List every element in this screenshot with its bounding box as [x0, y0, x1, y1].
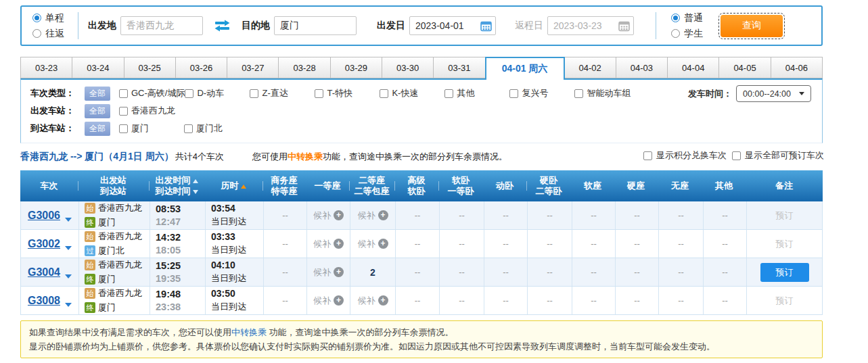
date-tab-04-04[interactable]: 04-04: [667, 57, 719, 78]
header-line: 一等卧: [438, 186, 483, 197]
filter-checkbox[interactable]: 复兴号: [509, 87, 574, 99]
train-cell: G3004: [21, 258, 78, 286]
remark-cell: 预订: [746, 258, 822, 286]
expand-caret-icon[interactable]: [65, 274, 72, 279]
date-tab-03-23[interactable]: 03-23: [20, 57, 72, 78]
sort-up-icon[interactable]: [241, 185, 246, 189]
date-tab-04-03[interactable]: 04-03: [616, 57, 668, 78]
no-seat-dash: --: [722, 267, 728, 277]
filter-checkbox[interactable]: K-快速: [380, 87, 444, 99]
waitlist-button[interactable]: 候补+: [313, 266, 344, 279]
sort-up-icon[interactable]: [193, 179, 198, 183]
header-text: 出发时间: [156, 175, 191, 185]
expand-caret-icon[interactable]: [65, 303, 72, 307]
sort-down-icon[interactable]: [193, 190, 198, 194]
header-line: 历时: [204, 180, 262, 191]
query-button[interactable]: 查询: [721, 15, 783, 37]
date-tab-03-24[interactable]: 03-24: [72, 57, 124, 78]
transfer-link[interactable]: 中转换乘: [231, 327, 267, 337]
display-toggle-checkbox[interactable]: 显示积分兑换车次: [643, 149, 727, 162]
expand-caret-icon[interactable]: [65, 218, 72, 222]
header-line: 无座: [658, 180, 702, 191]
train-link[interactable]: G3004: [28, 266, 60, 279]
radio-student[interactable]: 学生: [671, 28, 703, 40]
book-button[interactable]: 预订: [760, 263, 809, 282]
date-tab-04-02[interactable]: 04-02: [564, 57, 616, 78]
checkbox-icon: [380, 89, 388, 98]
date-tab-04-01[interactable]: 04-01 周六: [485, 57, 565, 80]
waitlist-button[interactable]: 候补+: [313, 238, 344, 250]
depart-time-value: 00:00--24:00: [743, 89, 791, 99]
waitlist-button[interactable]: 候补+: [358, 238, 388, 250]
expand-caret-icon[interactable]: [65, 246, 72, 250]
filter-checkbox[interactable]: Z-直达: [250, 87, 315, 99]
filter-checkbox[interactable]: 香港西九龙: [119, 105, 184, 117]
filter-checkbox[interactable]: 其他: [444, 87, 509, 99]
return-date-input[interactable]: 2023-03-23: [547, 16, 634, 35]
to-station-input[interactable]: 厦门: [274, 16, 357, 35]
filter-checkbox[interactable]: 智能动车组: [574, 87, 639, 99]
date-tab-03-27[interactable]: 03-27: [227, 57, 279, 78]
train-link[interactable]: G3002: [28, 238, 60, 250]
radio-normal[interactable]: 普通: [671, 12, 703, 24]
station-line: 终厦门: [85, 216, 116, 228]
column-header[interactable]: 历时: [204, 180, 262, 191]
radio-selected-icon: [671, 14, 680, 22]
seat-cell: --: [703, 230, 746, 258]
date-tab-04-06[interactable]: 04-06: [771, 57, 823, 78]
train-link[interactable]: G3008: [28, 295, 60, 307]
date-tab-03-31[interactable]: 03-31: [433, 57, 485, 78]
filter-all-button[interactable]: 全部: [85, 104, 110, 118]
waitlist-button[interactable]: 候补+: [358, 210, 388, 222]
column-header: 车次: [20, 180, 78, 191]
depart-date-input[interactable]: 2023-04-01: [409, 16, 496, 35]
waitlist-button[interactable]: 候补+: [313, 210, 344, 222]
filter-checkbox[interactable]: D-动车: [185, 87, 250, 99]
depart-time: 19:48: [156, 289, 181, 299]
no-seat-dash: --: [503, 239, 509, 249]
transfer-link[interactable]: 中转换乘: [288, 151, 323, 162]
date-tab-03-26[interactable]: 03-26: [175, 57, 227, 78]
divider: [78, 12, 78, 39]
date-tab-03-28[interactable]: 03-28: [278, 57, 330, 78]
notice-text: 如果查询结果中没有满足需求的车次，您还可以使用: [29, 327, 231, 337]
calendar-icon[interactable]: [480, 20, 492, 34]
times-cell: 08:5312:47: [150, 201, 205, 229]
column-header[interactable]: 出发时间到达时间: [149, 175, 204, 197]
arrive-time: 18:05: [156, 245, 181, 256]
radio-one-way[interactable]: 单程: [32, 12, 64, 24]
no-seat-dash: --: [634, 295, 640, 306]
waitlist-button[interactable]: 候补+: [313, 295, 344, 307]
header-line: 软座: [571, 180, 614, 191]
filter-all-button[interactable]: 全部: [85, 122, 110, 136]
filter-checkbox[interactable]: 厦门: [119, 122, 184, 135]
seat-cell: --: [395, 287, 439, 314]
display-toggle-checkbox[interactable]: 显示全部可预订车次: [732, 149, 824, 162]
date-tab-03-29[interactable]: 03-29: [330, 57, 382, 78]
train-link[interactable]: G3006: [28, 210, 60, 222]
train-row: G3004始香港西九龙终厦门15:2519:3504:10当日到达--候补+2-…: [21, 258, 822, 287]
notice-line-2: 显示的卧铺票价均为上铺票价，供您参考。具体票价以您确认支付时实际购买的铺别票价为…: [29, 339, 814, 354]
train-cell: G3002: [21, 230, 78, 258]
filter-checkbox[interactable]: 厦门北: [184, 122, 249, 135]
filter-checkbox[interactable]: GC-高铁/城际: [119, 87, 185, 99]
from-station-input[interactable]: 香港西九龙: [120, 16, 203, 35]
date-tab-03-25[interactable]: 03-25: [124, 57, 176, 78]
date-tab-04-05[interactable]: 04-05: [718, 57, 771, 78]
no-seat-dash: --: [591, 239, 597, 249]
times-cell: 14:3218:05: [150, 230, 205, 258]
no-seat-dash: --: [459, 295, 465, 306]
no-seat-dash: --: [547, 267, 553, 277]
date-tabs: 03-2303-2403-2503-2603-2703-2803-2903-30…: [20, 57, 823, 78]
checkbox-icon: [315, 89, 323, 98]
radio-round-trip[interactable]: 往返: [32, 28, 64, 40]
date-tab-03-30[interactable]: 03-30: [382, 57, 434, 78]
filter-checkbox[interactable]: T-特快: [315, 87, 380, 99]
filter-all-button[interactable]: 全部: [85, 87, 110, 101]
swap-stations-icon[interactable]: [214, 20, 231, 32]
no-seat-dash: --: [547, 210, 553, 220]
seat-cell: --: [484, 230, 527, 258]
waitlist-button[interactable]: 候补+: [358, 295, 388, 307]
depart-time-select[interactable]: 00:00--24:00: [736, 85, 811, 102]
depart-time-filter: 发车时间： 00:00--24:00: [688, 85, 811, 102]
